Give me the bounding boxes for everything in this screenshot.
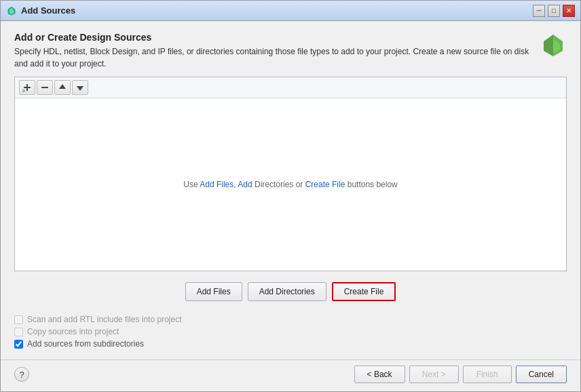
hint-add-files: Add Files [200,180,233,189]
next-button[interactable]: Next > [409,366,459,383]
maximize-button[interactable]: □ [548,5,560,17]
header-row: Add or Create Design Sources Specify HDL… [14,32,567,70]
add-directories-button[interactable]: Add Directories [248,282,326,301]
svg-rect-6 [24,87,31,88]
hint-add-dirs-text: Directories or Create File buttons below [255,180,398,189]
add-file-toolbar-button[interactable] [19,80,35,95]
options-area: Scan and add RTL include files into proj… [14,312,567,351]
minimize-button[interactable]: ─ [533,5,545,17]
create-file-button[interactable]: Create File [332,282,396,301]
add-subdirectories-checkbox[interactable] [14,340,23,349]
file-list-container: Use Add Files, Add Directories or Create… [14,77,567,271]
file-list-hint: Use Add Files, Add Directories or Create… [183,180,398,189]
hint-create-file: Create File [305,180,345,189]
cancel-button[interactable]: Cancel [516,366,567,383]
add-files-button[interactable]: Add Files [185,282,242,301]
close-button[interactable]: ✕ [563,5,575,17]
file-list-body: Use Add Files, Add Directories or Create… [15,98,566,271]
header-text-block: Add or Create Design Sources Specify HDL… [14,32,540,70]
footer-right: < Back Next > Finish Cancel [354,366,567,383]
file-list-toolbar [15,77,566,98]
copy-sources-label: Copy sources into project [27,327,119,336]
title-bar: Add Sources ─ □ ✕ [1,1,580,21]
svg-rect-7 [22,90,25,92]
copy-sources-checkbox[interactable] [14,328,23,336]
add-sources-window: Add Sources ─ □ ✕ Add or Create Design S… [0,0,581,392]
footer: ? < Back Next > Finish Cancel [1,359,580,391]
vivado-logo-icon [540,32,567,59]
title-controls: ─ □ ✕ [533,5,575,17]
window-icon [6,5,17,16]
action-buttons: Add Files Add Directories Create File [14,278,567,305]
svg-marker-3 [544,35,553,56]
add-subdirectories-row: Add sources from subdirectories [14,339,567,349]
hint-add-dirs: Add [238,180,252,189]
add-subdirectories-label: Add sources from subdirectories [27,339,144,349]
footer-left: ? [14,367,29,382]
scan-rtl-checkbox[interactable] [14,315,23,324]
svg-marker-10 [77,86,83,91]
help-button[interactable]: ? [14,367,29,382]
copy-sources-row: Copy sources into project [14,327,567,336]
svg-marker-9 [59,84,66,89]
window-title: Add Sources [21,5,75,16]
move-up-toolbar-button[interactable] [54,80,71,95]
up-arrow-icon [58,83,67,92]
back-button[interactable]: < Back [354,366,405,383]
scan-rtl-label: Scan and add RTL include files into proj… [27,315,181,324]
section-title: Add or Create Design Sources [14,32,540,43]
move-down-toolbar-button[interactable] [72,80,88,95]
down-arrow-icon [75,83,85,92]
scan-rtl-row: Scan and add RTL include files into proj… [14,315,567,324]
svg-rect-8 [41,87,48,88]
finish-button[interactable]: Finish [463,366,512,383]
title-bar-left: Add Sources [6,5,75,16]
remove-file-toolbar-button[interactable] [37,80,53,95]
section-description: Specify HDL, netlist, Block Design, and … [14,45,540,70]
content-area: Add or Create Design Sources Specify HDL… [1,21,580,359]
plus-icon [22,83,32,92]
minus-icon [40,83,50,92]
